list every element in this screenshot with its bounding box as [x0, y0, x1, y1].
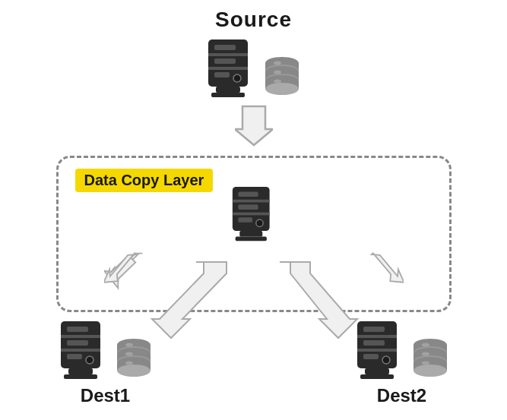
- svg-point-20: [274, 80, 281, 84]
- dest-section: Dest1: [56, 320, 452, 406]
- svg-rect-24: [232, 213, 269, 216]
- svg-rect-7: [216, 87, 240, 93]
- server-icon-dest2: [353, 320, 407, 381]
- layer-server-icon: [228, 185, 280, 245]
- svg-point-28: [255, 219, 262, 226]
- svg-rect-58: [357, 349, 397, 352]
- data-copy-label: Data Copy Layer: [75, 169, 214, 192]
- svg-rect-8: [211, 93, 245, 97]
- svg-rect-38: [67, 327, 88, 332]
- source-label: Source: [215, 8, 292, 32]
- svg-point-52: [117, 365, 151, 377]
- db-icon-dest1: [113, 335, 155, 384]
- dest2-item: Dest2: [353, 320, 452, 406]
- svg-point-53: [125, 343, 133, 347]
- svg-marker-34: [369, 253, 403, 283]
- db-icon-dest2: [410, 335, 452, 384]
- dest1-icons: [56, 320, 155, 381]
- svg-rect-57: [357, 335, 397, 338]
- svg-rect-3: [214, 45, 236, 50]
- dest2-label: Dest2: [377, 385, 426, 406]
- svg-rect-4: [214, 58, 236, 64]
- svg-rect-27: [238, 217, 252, 223]
- arrow-right: [362, 250, 404, 295]
- data-copy-layer-box: Data Copy Layer: [56, 156, 452, 312]
- svg-point-55: [125, 362, 133, 365]
- db-icon-source: [261, 53, 303, 103]
- server-icon-dest1: [56, 320, 111, 381]
- svg-rect-60: [363, 340, 385, 346]
- svg-rect-23: [232, 200, 269, 203]
- svg-point-62: [382, 356, 390, 364]
- svg-rect-43: [64, 374, 97, 379]
- svg-point-17: [265, 83, 299, 95]
- svg-rect-63: [365, 368, 389, 374]
- svg-point-19: [274, 71, 281, 74]
- svg-point-41: [86, 356, 93, 364]
- dest1-item: Dest1: [56, 320, 155, 406]
- svg-point-73: [414, 365, 447, 377]
- svg-point-76: [422, 362, 429, 365]
- server-icon-source: [204, 38, 258, 99]
- source-section: Source: [204, 8, 303, 99]
- svg-rect-29: [239, 231, 262, 237]
- svg-rect-40: [67, 354, 82, 359]
- svg-marker-21: [235, 106, 273, 145]
- svg-rect-36: [61, 335, 100, 338]
- svg-rect-42: [68, 368, 93, 374]
- svg-rect-64: [360, 374, 394, 379]
- svg-point-75: [422, 352, 429, 356]
- svg-rect-39: [67, 340, 88, 346]
- svg-point-6: [233, 74, 241, 82]
- svg-rect-5: [214, 72, 230, 77]
- source-icons: [204, 38, 303, 99]
- svg-point-54: [125, 352, 133, 356]
- svg-point-18: [274, 62, 281, 65]
- svg-rect-1: [208, 53, 248, 56]
- svg-rect-26: [238, 204, 258, 210]
- arrow-down-source: [235, 105, 273, 150]
- arrow-left: [104, 250, 146, 295]
- dest1-label: Dest1: [81, 385, 130, 406]
- svg-point-74: [422, 343, 429, 347]
- svg-rect-59: [363, 327, 385, 332]
- layer-arrows: [81, 250, 426, 295]
- svg-rect-37: [61, 349, 100, 352]
- dest2-icons: [353, 320, 452, 381]
- svg-rect-30: [235, 237, 266, 242]
- diagram-container: Source: [0, 0, 507, 420]
- svg-rect-25: [238, 191, 258, 197]
- svg-rect-2: [208, 67, 248, 70]
- svg-rect-61: [363, 354, 379, 359]
